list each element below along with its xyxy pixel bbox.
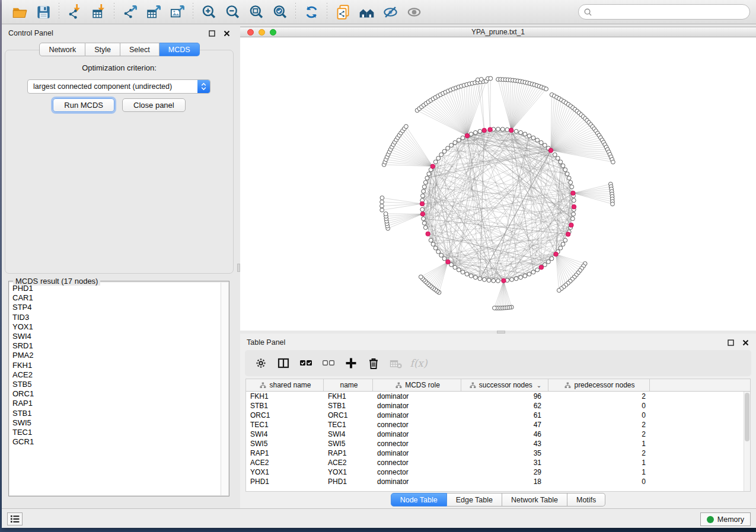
cell-name[interactable]: RAP1	[324, 448, 373, 458]
cell-name[interactable]: TEC1	[324, 420, 373, 430]
memory-button[interactable]: Memory	[700, 512, 751, 526]
cell-name[interactable]: ACE2	[324, 458, 373, 467]
zoom-selected-button[interactable]	[268, 2, 292, 22]
table-scrollbar-thumb[interactable]	[745, 393, 749, 441]
select-all-button[interactable]	[296, 354, 316, 373]
mcds-node-item[interactable]: YOX1	[12, 322, 221, 332]
mcds-node-item[interactable]: STP4	[12, 303, 221, 312]
column-header-mcds-role[interactable]: MCDS role	[373, 379, 461, 391]
panel-menu-button[interactable]	[7, 512, 23, 525]
export-network-button[interactable]	[118, 2, 142, 22]
cell-successor-nodes[interactable]: 46	[461, 430, 548, 439]
close-panel-button[interactable]: Close panel	[122, 98, 186, 112]
refresh-button[interactable]	[299, 2, 323, 22]
cell-shared-name[interactable]: SWI5	[246, 439, 324, 448]
mcds-node-item[interactable]: PMA2	[12, 351, 221, 360]
cell-name[interactable]: STB1	[324, 401, 373, 411]
float-table-panel-icon[interactable]	[726, 338, 735, 347]
cell-predecessor-nodes[interactable]: 0	[548, 401, 650, 411]
export-image-button[interactable]	[165, 2, 189, 22]
cell-mcds-role[interactable]: dominator	[373, 430, 461, 439]
deselect-all-button[interactable]	[318, 354, 339, 373]
export-table-button[interactable]	[142, 2, 165, 22]
mcds-node-item[interactable]: SWI5	[12, 418, 221, 428]
optimization-criterion-select[interactable]: largest connected component (undirected)	[27, 79, 210, 94]
table-row[interactable]: SWI4SWI4dominator462	[246, 430, 750, 439]
zoom-in-button[interactable]	[197, 2, 221, 22]
zoom-fit-button[interactable]	[244, 2, 268, 22]
cell-predecessor-nodes[interactable]: 0	[548, 411, 650, 420]
float-panel-icon[interactable]	[207, 28, 216, 38]
tab-motifs[interactable]: Motifs	[567, 493, 605, 507]
cell-successor-nodes[interactable]: 96	[461, 392, 548, 401]
cell-shared-name[interactable]: YOX1	[246, 467, 324, 477]
network-canvas[interactable]	[240, 37, 756, 331]
cell-mcds-role[interactable]: connector	[373, 467, 461, 477]
mcds-node-item[interactable]: STB5	[12, 380, 221, 389]
cell-name[interactable]: ORC1	[324, 411, 373, 420]
mcds-node-item[interactable]: ACE2	[12, 370, 221, 380]
cell-shared-name[interactable]: ORC1	[246, 411, 324, 420]
cell-successor-nodes[interactable]: 47	[461, 420, 548, 430]
cell-name[interactable]: SWI4	[324, 430, 373, 439]
cell-mcds-role[interactable]: dominator	[373, 411, 461, 420]
cell-name[interactable]: PHD1	[324, 477, 373, 486]
cell-mcds-role[interactable]: dominator	[373, 448, 461, 458]
cell-predecessor-nodes[interactable]: 2	[548, 392, 650, 401]
cell-successor-nodes[interactable]: 62	[461, 401, 548, 411]
cell-mcds-role[interactable]: dominator	[373, 392, 461, 401]
mcds-node-item[interactable]: GCR1	[12, 437, 221, 447]
mcds-node-item[interactable]: ORC1	[12, 389, 221, 399]
table-row[interactable]: ACE2ACE2connector311	[246, 458, 750, 467]
mcds-list-scrollbar[interactable]	[221, 283, 228, 495]
mcds-node-item[interactable]: TEC1	[12, 428, 221, 437]
cell-successor-nodes[interactable]: 61	[461, 411, 548, 420]
cell-shared-name[interactable]: PHD1	[246, 477, 324, 486]
mcds-node-item[interactable]: SWI4	[12, 332, 221, 341]
open-session-button[interactable]	[8, 2, 31, 22]
cell-shared-name[interactable]: STB1	[246, 401, 324, 411]
split-view-button[interactable]	[273, 354, 294, 373]
show-all-button[interactable]	[402, 2, 426, 22]
tab-mcds[interactable]: MCDS	[160, 43, 200, 56]
cell-predecessor-nodes[interactable]: 2	[548, 420, 650, 430]
close-panel-icon[interactable]	[222, 28, 231, 38]
cell-shared-name[interactable]: SWI4	[246, 430, 324, 439]
mcds-result-list[interactable]: PHD1CAR1STP4TID3YOX1SWI4SRD1PMA2FKH1ACE2…	[9, 283, 221, 495]
run-mcds-button[interactable]: Run MCDS	[53, 98, 114, 112]
cell-name[interactable]: FKH1	[324, 392, 373, 401]
delete-column-button[interactable]	[363, 354, 384, 373]
cell-mcds-role[interactable]: connector	[373, 420, 461, 430]
table-row[interactable]: FKH1FKH1dominator962	[246, 392, 750, 401]
cell-mcds-role[interactable]: dominator	[373, 477, 461, 486]
cell-successor-nodes[interactable]: 18	[461, 477, 548, 486]
import-table-button[interactable]	[87, 2, 110, 22]
cell-predecessor-nodes[interactable]: 2	[548, 430, 650, 439]
cell-successor-nodes[interactable]: 29	[461, 467, 548, 477]
cell-shared-name[interactable]: RAP1	[246, 448, 324, 458]
tab-select[interactable]: Select	[120, 43, 160, 56]
table-row[interactable]: YOX1YOX1connector291	[246, 467, 750, 477]
cell-predecessor-nodes[interactable]: 1	[548, 458, 650, 467]
hide-selected-button[interactable]	[378, 2, 402, 22]
mcds-node-item[interactable]: RAP1	[12, 399, 221, 408]
cell-mcds-role[interactable]: dominator	[373, 401, 461, 411]
import-network-button[interactable]	[63, 2, 87, 22]
cell-successor-nodes[interactable]: 43	[461, 439, 548, 448]
cell-shared-name[interactable]: ACE2	[246, 458, 324, 467]
tab-node-table[interactable]: Node Table	[391, 493, 447, 507]
tab-network-table[interactable]: Network Table	[502, 493, 567, 507]
table-row[interactable]: SWI5SWI5connector431	[246, 439, 750, 448]
search-input[interactable]	[592, 8, 745, 16]
cell-name[interactable]: YOX1	[324, 467, 373, 477]
tab-network[interactable]: Network	[39, 43, 85, 56]
cell-predecessor-nodes[interactable]: 1	[548, 439, 650, 448]
column-header-name[interactable]: name	[324, 379, 373, 391]
save-session-button[interactable]	[31, 2, 55, 22]
cell-shared-name[interactable]: TEC1	[246, 420, 324, 430]
cell-predecessor-nodes[interactable]: 0	[548, 477, 650, 486]
tab-style[interactable]: Style	[85, 43, 120, 56]
cell-name[interactable]: SWI5	[324, 439, 373, 448]
add-column-button[interactable]	[341, 354, 361, 373]
column-header-shared-name[interactable]: shared name	[246, 379, 324, 391]
